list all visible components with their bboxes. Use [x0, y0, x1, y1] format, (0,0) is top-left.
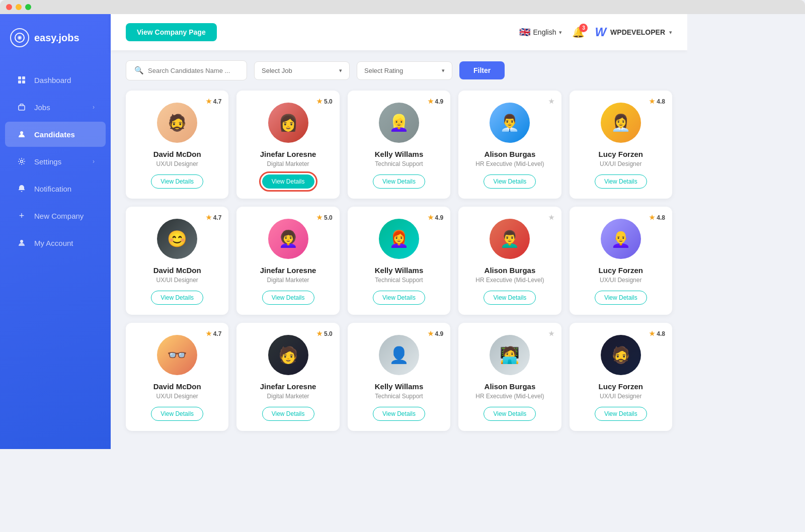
candidate-role: Digital Marketer [267, 160, 309, 167]
candidate-card: ★4.8👩‍💼Lucy ForzenUX/UI DesignerView Det… [570, 91, 672, 199]
candidate-role: HR Executive (Mid-Level) [475, 160, 544, 167]
candidate-name: Alison Burgas [485, 382, 536, 391]
view-details-button[interactable]: View Details [373, 407, 425, 421]
sidebar: easy.jobs Dashboard Jobs › Candidates [0, 14, 111, 449]
view-details-button[interactable]: View Details [262, 291, 314, 305]
candidate-card: ★4.7🧔David McDonUX/UI DesignerView Detai… [126, 91, 228, 199]
rating-value: 4.9 [435, 98, 444, 105]
minimize-dot[interactable] [16, 4, 22, 10]
view-details-button[interactable]: View Details [373, 291, 425, 305]
view-details-button[interactable]: View Details [151, 174, 203, 189]
view-details-button[interactable]: View Details [595, 291, 647, 305]
search-icon: 🔍 [134, 66, 144, 75]
candidate-avatar: 👱‍♀️ [379, 103, 419, 143]
candidate-card: ★4.7👓David McDonUX/UI DesignerView Detai… [126, 323, 228, 431]
svg-point-10 [20, 240, 23, 243]
candidate-card: ★5.0🧑Jinefar LoresneDigital MarketerView… [236, 323, 339, 431]
cards-row-1: ★4.7🧔David McDonUX/UI DesignerView Detai… [126, 91, 672, 199]
candidate-name: Alison Burgas [485, 150, 536, 158]
company-logo-w: W [595, 25, 606, 39]
candidate-avatar: 👓 [157, 335, 197, 375]
filter-button[interactable]: Filter [459, 61, 505, 79]
cards-row-3: ★4.7👓David McDonUX/UI DesignerView Detai… [126, 323, 672, 431]
candidate-avatar: 👩‍🦱 [268, 219, 308, 259]
select-rating-dropdown[interactable]: Select Rating ▾ [357, 61, 452, 80]
filter-bar: 🔍 Select Job ▾ Select Rating ▾ Filter [111, 50, 687, 85]
star-icon-empty: ★ [548, 214, 554, 221]
star-icon: ★ [206, 98, 212, 105]
sidebar-nav: Dashboard Jobs › Candidates Settings › [0, 61, 111, 449]
card-rating: ★5.0 [316, 98, 333, 105]
view-details-button[interactable]: View Details [484, 407, 536, 421]
view-details-button[interactable]: View Details [151, 407, 203, 421]
close-dot[interactable] [6, 4, 12, 10]
select-job-chevron-icon: ▾ [339, 67, 342, 74]
candidate-avatar: 👤 [379, 335, 419, 375]
candidate-card: ★👨‍🦱Alison BurgasHR Executive (Mid-Level… [458, 207, 561, 315]
search-input[interactable] [148, 67, 238, 74]
star-icon: ★ [428, 98, 434, 105]
svg-rect-7 [19, 106, 25, 110]
topbar-right: 🇬🇧 English ▾ 🔔 3 W WPDEVELOPER ▾ [519, 25, 672, 39]
view-details-button[interactable]: View Details [262, 407, 314, 421]
view-details-button[interactable]: View Details [484, 291, 536, 305]
star-icon: ★ [649, 330, 655, 337]
candidate-avatar: 👩‍🦰 [379, 219, 419, 259]
candidate-card: ★🧑‍💻Alison BurgasHR Executive (Mid-Level… [458, 323, 561, 431]
account-icon [16, 237, 27, 248]
card-rating: ★4.9 [428, 98, 444, 105]
svg-rect-5 [18, 80, 21, 83]
jobs-arrow-icon: › [93, 104, 95, 111]
language-selector[interactable]: 🇬🇧 English ▾ [519, 27, 562, 38]
sidebar-item-notification[interactable]: Notification [5, 176, 106, 201]
view-details-button[interactable]: View Details [595, 174, 647, 189]
language-label: English [533, 28, 556, 36]
rating-value: 4.9 [435, 330, 444, 337]
plus-icon: + [16, 210, 27, 221]
candidate-card: ★4.9👩‍🦰Kelly WillamsTechnical SupportVie… [348, 207, 450, 315]
cards-row-2: ★4.7😊David McDonUX/UI DesignerView Detai… [126, 207, 672, 315]
main-content: View Company Page 🇬🇧 English ▾ 🔔 3 W WPD… [111, 14, 687, 449]
notification-badge: 3 [579, 24, 588, 32]
candidate-role: UX/UI Designer [156, 160, 198, 167]
sidebar-item-dashboard[interactable]: Dashboard [5, 67, 106, 93]
candidate-role: UX/UI Designer [600, 277, 641, 284]
view-company-button[interactable]: View Company Page [126, 23, 217, 41]
view-details-button[interactable]: View Details [262, 174, 314, 189]
candidate-card: ★4.7😊David McDonUX/UI DesignerView Detai… [126, 207, 228, 315]
candidate-role: Technical Support [375, 277, 423, 284]
candidate-name: David McDon [153, 382, 201, 391]
star-icon: ★ [428, 214, 434, 221]
sidebar-item-my-account[interactable]: My Account [5, 230, 106, 255]
star-icon-empty: ★ [548, 98, 554, 105]
candidate-role: Technical Support [375, 393, 423, 400]
star-icon: ★ [316, 98, 323, 105]
candidate-avatar: 👩 [268, 103, 308, 143]
maximize-dot[interactable] [25, 4, 31, 10]
candidate-avatar: 😊 [157, 219, 197, 259]
select-job-dropdown[interactable]: Select Job ▾ [254, 61, 350, 80]
candidate-name: Alison Burgas [485, 266, 536, 275]
sidebar-item-candidates[interactable]: Candidates [5, 122, 106, 147]
card-rating: ★4.8 [649, 214, 665, 221]
sidebar-item-jobs[interactable]: Jobs › [5, 95, 106, 120]
card-rating: ★4.9 [428, 214, 444, 221]
candidate-card: ★4.9👱‍♀️Kelly WillamsTechnical SupportVi… [348, 91, 450, 199]
view-details-button[interactable]: View Details [595, 407, 647, 421]
view-details-button[interactable]: View Details [484, 174, 536, 189]
candidate-name: Lucy Forzen [599, 382, 643, 391]
notification-icon [16, 183, 27, 194]
company-selector[interactable]: W WPDEVELOPER ▾ [595, 25, 672, 39]
notification-button[interactable]: 🔔 3 [572, 26, 585, 38]
candidate-avatar: 👨‍💼 [490, 103, 530, 143]
candidate-avatar: 🧔 [157, 103, 197, 143]
card-rating: ★4.7 [206, 214, 222, 221]
candidate-name: Kelly Willams [375, 266, 424, 275]
sidebar-item-settings[interactable]: Settings › [5, 149, 106, 174]
search-box: 🔍 [126, 60, 247, 80]
candidate-role: Technical Support [375, 160, 423, 167]
company-chevron-icon: ▾ [669, 29, 672, 36]
sidebar-item-new-company[interactable]: + New Company [5, 203, 106, 228]
view-details-button[interactable]: View Details [151, 291, 203, 305]
view-details-button[interactable]: View Details [373, 174, 425, 189]
